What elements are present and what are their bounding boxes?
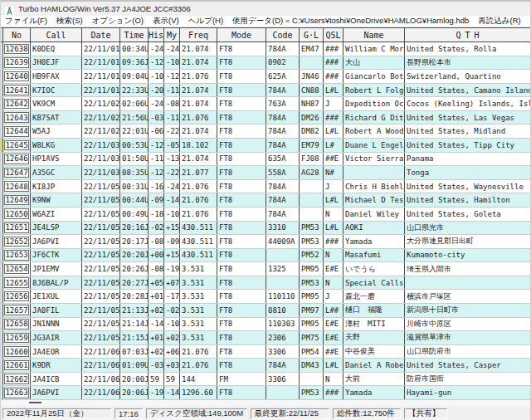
table-row[interactable]: 12641K7IOC22/11/0122:33U-20-1121.074FT87… xyxy=(1,84,530,98)
table-row[interactable]: 12658JN1NNN22/11/0521:14J-14-103.531FT81… xyxy=(1,318,530,332)
table-row[interactable]: 12646HP1AVS22/11/0301:50U-11-1321.074FT8… xyxy=(1,153,530,167)
column-header-his[interactable]: His xyxy=(149,28,164,42)
menu-item-0[interactable]: ファイル(F) xyxy=(5,16,47,27)
cell-his: -08 xyxy=(149,262,164,276)
menu-item-1[interactable]: 検索(S) xyxy=(56,16,83,27)
menu-item-2[interactable]: オプション(O) xyxy=(92,16,144,27)
titlebar[interactable]: Turbo HAMLOG/Win Ver5.37 JA4JOE JCC#3306 xyxy=(1,2,530,16)
record-number-button[interactable]: 12639 xyxy=(4,57,29,68)
record-number-button[interactable]: 12650 xyxy=(4,208,29,219)
table-row[interactable]: 12656JE1XUL22/11/0520:28J+01-173.531FT81… xyxy=(1,290,530,304)
cell-freq: 21.076 xyxy=(180,111,217,125)
record-number-button[interactable]: 12642 xyxy=(4,99,29,110)
cell-gl: JN46 xyxy=(300,70,324,83)
column-header-mode[interactable]: Mode xyxy=(217,28,266,42)
cell-gl: PM53 xyxy=(300,276,324,290)
column-header-my[interactable]: My xyxy=(164,28,180,42)
table-row[interactable]: 12643KB7SAT22/11/0221:56U-03-1121.076FT8… xyxy=(1,111,530,125)
column-header-call[interactable]: Call xyxy=(31,28,82,42)
table-row[interactable]: 12657JA0FIL22/11/0521:13J+02-023.531FT80… xyxy=(1,304,530,318)
cell-call: JN1NNN xyxy=(31,318,82,331)
column-header-freq[interactable]: Freq xyxy=(180,28,217,42)
column-header-code[interactable]: Code xyxy=(266,28,300,42)
record-number-button[interactable]: 12653 xyxy=(4,250,29,261)
column-header-gl[interactable]: G·L xyxy=(300,28,324,42)
cell-qth: 滋賀県草津市 xyxy=(405,331,530,344)
cell-date: 22/11/01 xyxy=(82,42,120,56)
table-row[interactable]: 12650W6AZI22/11/0500:49U-18-1021.076FT87… xyxy=(1,208,530,222)
cell-time: 20:06J xyxy=(120,386,149,399)
table-row[interactable]: 12648KI8JP22/11/0500:31U-16-2421.076FT87… xyxy=(1,180,530,194)
cell-name: AOKI xyxy=(343,222,405,235)
table-row[interactable]: 12653JF6CTK22/11/0520:20J+00+15430.511FT… xyxy=(1,249,530,263)
record-number-button[interactable]: 12658 xyxy=(4,319,29,330)
table-row[interactable]: 12642VK9CM22/11/0202:06U-24-0821.074FT87… xyxy=(1,97,530,111)
column-header-qsl[interactable]: QSL xyxy=(324,28,343,42)
table-row[interactable]: 12640HB9FAX22/11/0109:04U-10-1221.076FT8… xyxy=(1,70,530,84)
cell-freq: 430.511 xyxy=(180,249,217,262)
table-row[interactable]: 12651JE4LSP22/11/0520:16J-02+15430.511FT… xyxy=(1,222,530,236)
record-number-button[interactable]: 12643 xyxy=(4,112,29,123)
record-number-button[interactable]: 12641 xyxy=(4,85,29,95)
record-number-button[interactable]: 12646 xyxy=(4,154,29,164)
column-header-qth[interactable]: QTH xyxy=(405,28,530,42)
cell-his: -12 xyxy=(149,166,164,179)
record-number-button[interactable]: 12640 xyxy=(4,71,29,82)
record-number-button[interactable]: 12644 xyxy=(4,126,29,137)
table-row[interactable]: 12638K0DEQ22/11/0100:34U-24-2421.074FT87… xyxy=(1,42,530,56)
column-header-time[interactable]: Time xyxy=(120,28,149,42)
table-row[interactable]: 12652JA6PVI22/11/0520:17J-08-09430.511FT… xyxy=(1,235,530,249)
table-row[interactable]: 12649K9NW22/11/0500:44U-09-1421.076FT878… xyxy=(1,193,530,208)
record-number-button[interactable]: 12656 xyxy=(4,291,29,302)
table-row[interactable]: 12645W8LKG22/11/0300:53U-12-0518.102FT87… xyxy=(1,139,530,153)
column-header-name[interactable]: Name xyxy=(343,28,405,42)
menu-item-4[interactable]: ヘルプ(H) xyxy=(188,16,223,27)
record-number-button[interactable]: 12657 xyxy=(4,305,29,315)
record-number-button[interactable]: 12654 xyxy=(4,264,29,275)
record-number-button[interactable]: 12663 xyxy=(4,388,29,398)
column-header-date[interactable]: Date xyxy=(82,28,120,42)
record-number-button[interactable]: 12660 xyxy=(4,346,29,357)
cell-gl: PM53 xyxy=(300,386,324,399)
record-number-button[interactable]: 12661 xyxy=(4,360,29,371)
menu-item-6[interactable]: 再読込み(R) xyxy=(478,16,520,27)
cell-gl xyxy=(300,180,324,193)
record-number-button[interactable]: 12662 xyxy=(4,374,29,384)
column-header-no[interactable]: No xyxy=(3,28,31,42)
record-number-button[interactable]: 12638 xyxy=(4,44,29,55)
record-number-button[interactable]: 12659 xyxy=(4,333,29,344)
record-number-button[interactable]: 12649 xyxy=(4,195,29,206)
cell-no: 12661 xyxy=(3,359,31,372)
cell-gl xyxy=(300,208,324,221)
table-row[interactable]: 12659JG3AIR22/11/0521:15J+01+023.531FT82… xyxy=(1,331,530,345)
record-number-button[interactable]: 12651 xyxy=(4,222,29,233)
table-row[interactable]: 12654JP1EMV22/11/0520:26J-08-193.531FT81… xyxy=(1,262,530,276)
cell-call: JP1EMV xyxy=(31,262,82,276)
table-row[interactable]: 12644W5AJ22/11/0222:01U-06-2221.074FT878… xyxy=(1,125,530,139)
cell-call: KI8JP xyxy=(31,180,82,193)
table-row[interactable]: 126558J6BAL/P22/11/0520:27J+05+073.531FT… xyxy=(1,276,530,291)
menu-item-3[interactable]: 表示(V) xyxy=(153,16,179,27)
table-row[interactable]: 12647A35GC22/11/0308:35U-12-2221.077FT85… xyxy=(1,166,530,180)
cell-date: 22/11/05 xyxy=(82,304,120,317)
record-number-button[interactable]: 12645 xyxy=(4,140,29,151)
cell-qth: United States, Goleta xyxy=(405,208,530,221)
menu-item-5[interactable]: 使用データ(D) = C:¥Users¥toshi¥OneDrive¥HAMLO… xyxy=(232,16,469,27)
cell-name: 澤村 MITI xyxy=(343,318,405,331)
record-number-button[interactable]: 12655 xyxy=(4,277,29,288)
cell-freq: 21.074 xyxy=(180,42,217,56)
cell-qsl: ##E xyxy=(324,345,343,359)
table-row[interactable]: 12661K9DR22/11/0601:09U-03+0321.076FT878… xyxy=(1,359,530,373)
table-row[interactable]: 12663JA6PVI22/11/0620:06J-19-141296.60FT… xyxy=(1,386,530,400)
table-row[interactable]: 12639JH0EJF22/11/0109:36J-12-1021.074FT8… xyxy=(1,56,530,71)
cell-qsl: E#E xyxy=(324,318,343,331)
record-number-button[interactable]: 12648 xyxy=(4,181,29,192)
cell-call: K9NW xyxy=(31,193,82,207)
record-number-button[interactable]: 12647 xyxy=(4,168,29,178)
cell-qsl: L#L xyxy=(324,359,343,372)
table-row[interactable]: 12662JA4ICB22/11/0620:00J5959144FM3306N大… xyxy=(1,373,530,387)
cell-freq: 21.076 xyxy=(180,359,217,372)
table-row[interactable]: 12660JA4EOR22/11/0607:03J+02+0621.076FT8… xyxy=(1,345,530,359)
cell-his: -18 xyxy=(149,208,164,221)
record-number-button[interactable]: 12652 xyxy=(4,237,29,247)
